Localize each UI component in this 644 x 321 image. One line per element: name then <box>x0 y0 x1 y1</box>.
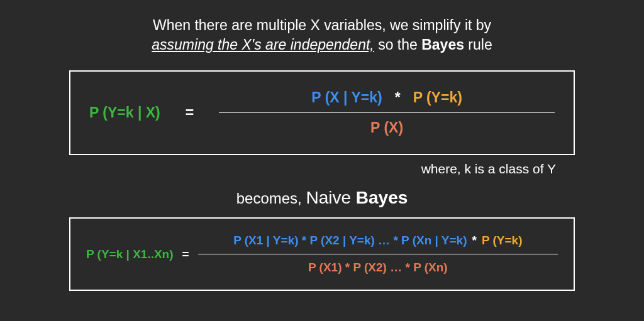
caption-text: where, k is a class of Y <box>69 161 575 177</box>
intro-after: so the <box>374 36 421 53</box>
naive-bayes-formula-box: P (Y=k | X1..Xn) = P (X1 | Y=k) * P (X2 … <box>69 217 575 291</box>
evidence-term: P (X) <box>370 119 403 136</box>
posterior-term: P (Y=k | X) <box>89 104 160 121</box>
becomes-word: becomes, <box>236 190 306 207</box>
nb-fraction: P (X1 | Y=k) * P (X2 | Y=k) … * P (Xn | … <box>198 234 558 275</box>
nb-prior-term: P (Y=k) <box>482 234 523 248</box>
nb-multiply-sign: * <box>472 234 476 248</box>
becomes-text: becomes, Naive Bayes <box>236 188 408 208</box>
bayes-numerator: P (X | Y=k) * P (Y=k) <box>311 89 462 106</box>
fraction-line <box>219 112 555 113</box>
nb-equals-sign: = <box>182 248 189 261</box>
bayes-bold: Bayes <box>356 188 408 207</box>
nb-likelihood-term: P (X1 | Y=k) * P (X2 | Y=k) … * P (Xn | … <box>233 234 467 248</box>
bayes-fraction: P (X | Y=k) * P (Y=k) P (X) <box>219 89 555 136</box>
intro-line1: When there are multiple X variables, we … <box>153 17 491 33</box>
prior-term: P (Y=k) <box>413 89 462 106</box>
intro-bayes: Bayes <box>421 36 464 53</box>
nb-fraction-line <box>198 254 558 254</box>
intro-assumption: assuming the X's are independent, <box>152 36 374 53</box>
intro-text: When there are multiple X variables, we … <box>152 16 492 55</box>
bayes-formula-box: P (Y=k | X) = P (X | Y=k) * P (Y=k) P (X… <box>69 70 575 155</box>
intro-tail: rule <box>464 36 492 53</box>
nb-numerator: P (X1 | Y=k) * P (X2 | Y=k) … * P (Xn | … <box>233 234 522 248</box>
multiply-sign: * <box>395 89 401 106</box>
nb-posterior-term: P (Y=k | X1..Xn) <box>86 248 174 261</box>
nb-evidence-term: P (X1) * P (X2) … * P (Xn) <box>308 261 448 275</box>
naive-word: Naive <box>306 188 355 207</box>
equals-sign: = <box>186 104 194 121</box>
likelihood-term: P (X | Y=k) <box>311 89 382 106</box>
